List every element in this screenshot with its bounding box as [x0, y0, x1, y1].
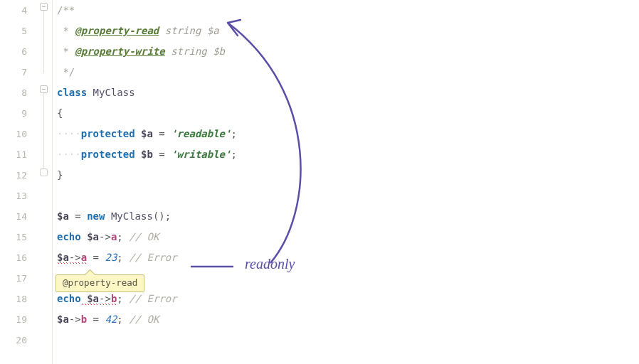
phpdoc-tag: @property-read — [75, 25, 159, 36]
error-token: $a — [81, 293, 99, 305]
code-editor[interactable]: 4 5 6 7 8 9 10 11 12 13 14 15 16 17 18 1… — [0, 0, 639, 364]
class-name: MyClass — [87, 87, 134, 98]
code-line[interactable]: ····protected $b = 'writable'; — [57, 144, 639, 165]
line-number: 16 — [0, 247, 37, 268]
docblock-delim: */ — [57, 66, 75, 77]
code-line[interactable]: /** — [57, 0, 639, 21]
whitespace-dots: ···· — [57, 149, 81, 160]
line-number: 5 — [0, 21, 37, 41]
code-line[interactable]: */ — [57, 62, 639, 82]
line-number-gutter: 4 5 6 7 8 9 10 11 12 13 14 15 16 17 18 1… — [0, 0, 37, 364]
line-number: 18 — [0, 289, 37, 309]
code-line[interactable]: $a->b = 42; // OK — [57, 309, 639, 330]
code-line[interactable]: echo $a->b; // Error — [57, 289, 639, 309]
line-number: 15 — [0, 227, 37, 247]
code-area[interactable]: /** * @property-read string $a * @proper… — [53, 0, 639, 364]
error-token: $a — [57, 252, 69, 264]
line-number: 12 — [0, 165, 37, 186]
fold-end-icon — [40, 168, 48, 176]
line-number: 17 — [0, 268, 37, 289]
comment: // Error — [123, 252, 177, 263]
fold-toggle-icon[interactable]: − — [40, 3, 48, 11]
code-line[interactable]: * @property-read string $a — [57, 21, 639, 41]
line-number: 20 — [0, 330, 37, 350]
fold-gutter: − − — [37, 0, 53, 364]
line-number: 10 — [0, 124, 37, 144]
line-number: 7 — [0, 62, 37, 82]
code-line[interactable] — [57, 186, 639, 206]
line-number: 19 — [0, 309, 37, 330]
line-number: 9 — [0, 103, 37, 124]
docblock-delim: /** — [57, 4, 75, 16]
whitespace-dots: ···· — [57, 128, 81, 139]
code-line[interactable]: ····protected $a = 'readable'; — [57, 124, 639, 144]
code-line[interactable]: * @property-write string $b — [57, 41, 639, 62]
code-line[interactable]: { — [57, 103, 639, 124]
line-number: 6 — [0, 41, 37, 62]
keyword: class — [57, 87, 87, 98]
line-number: 11 — [0, 144, 37, 165]
code-line[interactable]: $a->a = 23; // Error — [57, 247, 639, 268]
code-line[interactable]: } — [57, 165, 639, 186]
annotation-label: readonly — [245, 256, 295, 272]
code-line[interactable]: class MyClass — [57, 82, 639, 103]
code-line[interactable]: echo $a->a; // OK — [57, 227, 639, 247]
line-number: 8 — [0, 82, 37, 103]
code-line[interactable] — [57, 330, 639, 350]
fold-toggle-icon[interactable]: − — [40, 85, 48, 93]
line-number: 4 — [0, 0, 37, 21]
code-line[interactable]: $a = new MyClass(); — [57, 206, 639, 227]
comment: // Error — [123, 293, 177, 304]
comment: // OK — [123, 231, 159, 242]
line-number: 13 — [0, 186, 37, 206]
tooltip-text: @property-read — [63, 277, 137, 288]
line-number: 14 — [0, 206, 37, 227]
phpdoc-tag: @property-write — [75, 46, 164, 57]
comment: // OK — [123, 314, 159, 325]
inspection-tooltip: @property-read — [56, 274, 144, 292]
